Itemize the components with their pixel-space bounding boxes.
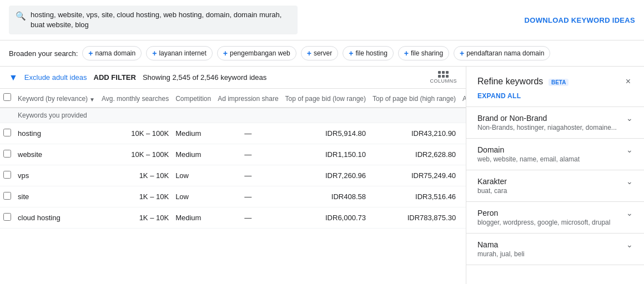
pill-file-hosting[interactable]: +file hosting [343, 46, 394, 60]
keyword-cell[interactable]: hosting [14, 123, 98, 144]
bid-high-cell: IDR75,249.40 [369, 165, 459, 186]
keyword-cell[interactable]: cloud hosting [14, 207, 98, 229]
main-content: ▼ Exclude adult ideas ADD FILTER Showing… [0, 67, 644, 284]
row-checkbox-cell[interactable] [0, 165, 14, 186]
refine-section-title: Brand or Non-Brand [477, 114, 547, 123]
competition-cell: Low [172, 165, 214, 186]
pill-label: file hosting [355, 49, 387, 57]
select-all-header[interactable] [0, 89, 14, 108]
refine-section-header: Domain ⌄ [477, 145, 633, 154]
refine-section-header: Karakter ⌄ [477, 177, 633, 186]
row-checkbox[interactable] [3, 171, 11, 179]
plus-icon: + [460, 49, 464, 58]
row-checkbox[interactable] [3, 129, 11, 136]
columns-button[interactable]: COLUMNS [430, 71, 457, 84]
row-checkbox-cell[interactable] [0, 123, 14, 144]
ad-impression-cell: — [214, 144, 281, 165]
plus-icon: + [307, 49, 311, 58]
plus-icon: + [404, 49, 409, 58]
row-checkbox[interactable] [3, 192, 11, 200]
pill-nama-domain[interactable]: +nama domain [82, 46, 142, 60]
pill-pendaftaran-nama-domain[interactable]: +pendaftaran nama domain [454, 46, 550, 60]
chevron-down-icon: ⌄ [626, 145, 633, 154]
pill-file-sharing[interactable]: +file sharing [398, 46, 449, 60]
keyword-cell[interactable]: vps [14, 165, 98, 186]
table-panel: ▼ Exclude adult ideas ADD FILTER Showing… [0, 67, 466, 284]
refine-title: Refine keywords [477, 77, 543, 86]
keyword-cell[interactable]: website [14, 144, 98, 165]
table-row: website 10K – 100K Medium — IDR1,150.10 … [0, 144, 466, 165]
refine-section-sub: Non-Brands, hostinger, niagahoster, doma… [477, 124, 633, 131]
columns-grid-icon [438, 71, 449, 78]
searches-cell: 1K – 10K [98, 186, 172, 207]
row-checkbox-cell[interactable] [0, 186, 14, 207]
refine-section-domain[interactable]: Domain ⌄ web, website, name, email, alam… [466, 139, 644, 170]
refine-section-title: Domain [477, 145, 504, 154]
download-keyword-ideas-button[interactable]: DOWNLOAD KEYWORD IDEAS [525, 16, 635, 24]
refine-title-area: Refine keywords BETA [477, 77, 568, 87]
exclude-adult-button[interactable]: Exclude adult ideas [24, 73, 87, 82]
refine-section-title: Karakter [477, 177, 507, 186]
refine-section-nama[interactable]: Nama ⌄ murah, jual, beli [466, 234, 644, 265]
refine-section-title: Peron [477, 209, 498, 217]
refine-section-sub: blogger, wordpress, google, microsoft, d… [477, 219, 633, 226]
table-row: vps 1K – 10K Low — IDR7,260.96 IDR75,249… [0, 165, 466, 186]
row-checkbox-cell[interactable] [0, 144, 14, 165]
beta-badge: BETA [549, 79, 568, 86]
searches-cell: 1K – 10K [98, 207, 172, 229]
ad-impression-cell: — [214, 123, 281, 144]
ad-impression-header[interactable]: Ad impression share [214, 89, 281, 108]
bid-high-cell: IDR783,875.30 [369, 207, 459, 229]
refine-section-header: Nama ⌄ [477, 240, 633, 249]
pill-label: file sharing [411, 49, 443, 57]
broaden-search-bar: Broaden your search: +nama domain +layan… [0, 40, 644, 67]
pill-server[interactable]: +server [301, 46, 339, 60]
refine-section-brand[interactable]: Brand or Non-Brand ⌄ Non-Brands, hosting… [466, 107, 644, 139]
broaden-label: Broaden your search: [9, 49, 78, 58]
keyword-cell[interactable]: site [14, 186, 98, 207]
account-status-header: Account status [459, 89, 466, 108]
top-bid-low-header[interactable]: Top of page bid (low range) [282, 89, 369, 108]
select-all-checkbox[interactable] [3, 93, 11, 101]
bid-high-cell: IDR3,516.46 [369, 186, 459, 207]
plus-icon: + [349, 49, 353, 58]
table-row: cloud hosting 1K – 10K Medium — IDR6,000… [0, 207, 466, 229]
competition-cell: Medium [172, 207, 214, 229]
keyword-table-scroll[interactable]: Keyword (by relevance) ▼ Avg. monthly se… [0, 89, 466, 284]
plus-icon: + [152, 49, 157, 58]
expand-all-button[interactable]: EXPAND ALL [466, 92, 644, 106]
avg-searches-header[interactable]: Avg. monthly searches [98, 89, 172, 108]
bid-high-cell: IDR2,628.80 [369, 144, 459, 165]
bid-low-cell: IDR1,150.10 [282, 144, 369, 165]
columns-label: COLUMNS [430, 78, 457, 84]
pill-label: layanan internet [159, 49, 206, 57]
search-box[interactable]: 🔍 hosting, website, vps, site, cloud hos… [9, 6, 298, 34]
row-checkbox[interactable] [3, 213, 11, 221]
competition-header[interactable]: Competition [172, 89, 214, 108]
funnel-icon: ▼ [9, 73, 18, 83]
keyword-column-header[interactable]: Keyword (by relevance) ▼ [14, 89, 98, 108]
showing-text: Showing 2,545 of 2,546 keyword ideas [143, 73, 424, 82]
row-checkbox-cell[interactable] [0, 207, 14, 229]
refine-section-title: Nama [477, 240, 498, 249]
table-row: hosting 10K – 100K Medium — IDR5,914.80 … [0, 123, 466, 144]
close-button[interactable]: × [623, 75, 633, 88]
top-bid-high-header[interactable]: Top of page bid (high range) [369, 89, 459, 108]
pill-layanan-internet[interactable]: +layanan internet [146, 46, 213, 60]
bid-low-cell: IDR6,000.73 [282, 207, 369, 229]
refine-section-karakter[interactable]: Karakter ⌄ buat, cara [466, 170, 644, 202]
chevron-down-icon: ⌄ [626, 240, 633, 249]
pill-label: pendaftaran nama domain [466, 49, 544, 57]
add-filter-button[interactable]: ADD FILTER [94, 73, 136, 82]
refine-section-sub: buat, cara [477, 187, 633, 195]
status-cell [459, 186, 466, 207]
bid-low-cell: IDR408.58 [282, 186, 369, 207]
searches-cell: 10K – 100K [98, 123, 172, 144]
bid-low-cell: IDR5,914.80 [282, 123, 369, 144]
refine-section-sub: web, website, name, email, alamat [477, 155, 633, 163]
pill-pengembangan-web[interactable]: +pengembangan web [217, 46, 296, 60]
refine-section-peron[interactable]: Peron ⌄ blogger, wordpress, google, micr… [466, 202, 644, 234]
search-text: hosting, website, vps, site, cloud hosti… [31, 10, 291, 30]
row-checkbox[interactable] [3, 150, 11, 158]
searches-cell: 1K – 10K [98, 165, 172, 186]
